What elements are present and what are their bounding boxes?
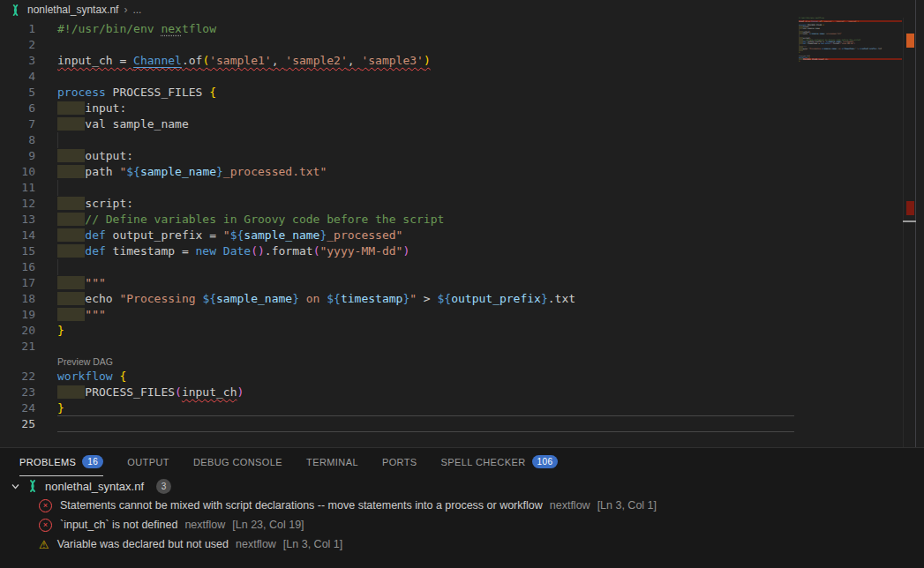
code-token: workflow xyxy=(57,370,113,383)
code-token: tflow xyxy=(182,22,216,35)
code-token xyxy=(57,149,85,162)
code-line-12[interactable]: 12 script: xyxy=(0,196,924,212)
panel-tab-badge: 106 xyxy=(532,455,559,468)
code-line-20[interactable]: 20} xyxy=(0,323,924,339)
code-token: sample_name xyxy=(140,165,216,178)
code-token: { xyxy=(823,24,824,26)
line-number[interactable]: 14 xyxy=(0,228,35,243)
code-line-22[interactable]: 22workflow { xyxy=(0,369,924,385)
code-line-15[interactable]: 15 def timestamp = new Date().format("yy… xyxy=(0,243,924,259)
problems-file-count-badge: 3 xyxy=(156,479,171,494)
line-number[interactable]: 21 xyxy=(0,339,35,355)
line-number[interactable]: 5 xyxy=(0,85,35,101)
code-token: , xyxy=(348,54,362,67)
code-line-5[interactable]: 5process PROCESS_FILES { xyxy=(0,85,924,101)
code-line-1[interactable]: 1#!/usr/bin/env nextflow xyxy=(0,21,924,37)
code-token: } xyxy=(799,60,800,62)
breadcrumb-chevron-icon: › xyxy=(124,4,127,16)
code-line-2[interactable]: 2 xyxy=(0,37,924,53)
error-icon: × xyxy=(39,519,52,532)
code-line-11[interactable]: 11 xyxy=(0,180,924,196)
code-token: tflow xyxy=(819,17,824,19)
code-token xyxy=(57,228,85,242)
code-line-8[interactable]: 8 xyxy=(0,132,924,148)
code-token: """ xyxy=(85,276,105,289)
line-number[interactable]: 23 xyxy=(0,385,35,400)
panel-tab-spell-checker[interactable]: SPELL CHECKER106 xyxy=(441,448,559,476)
code-line-25[interactable]: 25 xyxy=(0,416,924,432)
line-number[interactable]: 2 xyxy=(0,37,35,53)
line-number[interactable]: 24 xyxy=(0,400,35,416)
nextflow-file-icon xyxy=(26,479,40,493)
panel-tab-label: TERMINAL xyxy=(306,457,358,467)
panel-tab-debug-console[interactable]: DEBUG CONSOLE xyxy=(193,448,282,476)
code-line-19[interactable]: 19 """ xyxy=(0,307,924,323)
problems-file-name: nonlethal_syntax.nf xyxy=(45,480,144,493)
line-number[interactable]: 16 xyxy=(0,259,35,275)
line-number[interactable]: 9 xyxy=(0,148,35,164)
code-line-23[interactable]: 23 PROCESS_FILES(input_ch) xyxy=(0,385,924,400)
code-line-4[interactable]: 4 xyxy=(0,69,924,85)
line-number[interactable]: 12 xyxy=(0,196,35,212)
panel-tab-ports[interactable]: PORTS xyxy=(382,448,417,476)
code-token: ( xyxy=(175,385,182,399)
code-token: // Define variables in Groovy code befor… xyxy=(85,213,444,226)
code-line-17[interactable]: 17 """ xyxy=(0,275,924,291)
code-line-21[interactable]: 21 xyxy=(0,339,924,355)
code-token: of xyxy=(189,54,203,67)
code-line-13[interactable]: 13 // Define variables in Groovy code be… xyxy=(0,212,924,228)
problem-row[interactable]: ⚠Variable was declared but not usednextf… xyxy=(0,534,924,554)
chevron-down-icon[interactable] xyxy=(11,482,20,491)
code-token: script: xyxy=(85,197,133,210)
line-number[interactable]: 25 xyxy=(0,416,35,432)
breadcrumb[interactable]: nonlethal_syntax.nf › ... xyxy=(0,0,924,19)
panel-tab-terminal[interactable]: TERMINAL xyxy=(306,448,358,476)
code-token: ) xyxy=(237,385,244,399)
problem-source: nextflow xyxy=(550,499,590,512)
panel-tab-problems[interactable]: PROBLEMS16 xyxy=(19,448,103,476)
code-token xyxy=(57,213,85,226)
code-token: sample_name xyxy=(812,33,824,34)
line-number[interactable]: 8 xyxy=(0,132,35,148)
code-token: } xyxy=(57,401,64,415)
code-line-3[interactable]: 3input_ch = Channel.of('sample1', 'sampl… xyxy=(0,53,924,69)
code-token: process xyxy=(57,86,106,99)
line-number[interactable]: 20 xyxy=(0,323,35,339)
codelens-preview-dag[interactable]: Preview DAG xyxy=(0,355,924,369)
breadcrumb-symbol-ellipsis[interactable]: ... xyxy=(132,4,141,16)
line-number[interactable]: 19 xyxy=(0,307,35,323)
panel-tab-output[interactable]: OUTPUT xyxy=(127,448,169,476)
line-number[interactable]: 1 xyxy=(0,21,35,37)
line-number[interactable]: 15 xyxy=(0,243,35,259)
line-number[interactable]: 18 xyxy=(0,291,35,307)
code-line-24[interactable]: 24} xyxy=(0,400,924,416)
code-token: , xyxy=(272,54,286,67)
line-number[interactable]: 11 xyxy=(0,180,35,196)
line-number[interactable]: 6 xyxy=(0,101,35,116)
line-number[interactable]: 22 xyxy=(0,369,35,385)
code-editor[interactable]: 1#!/usr/bin/env nextflow23input_ch = Cha… xyxy=(0,21,924,432)
line-number[interactable]: 3 xyxy=(0,53,35,69)
problem-row[interactable]: ×`input_ch` is not definednextflow[Ln 23… xyxy=(0,515,924,534)
line-number[interactable]: 7 xyxy=(0,116,35,132)
line-number[interactable]: 4 xyxy=(0,69,35,85)
problems-file-group[interactable]: nonlethal_syntax.nf 3 xyxy=(0,476,924,496)
line-number[interactable]: 10 xyxy=(0,164,35,180)
minimap[interactable]: #!/usr/bin/env nextflowinput_ch = Channe… xyxy=(799,17,902,64)
breadcrumb-filename[interactable]: nonlethal_syntax.nf xyxy=(27,4,118,16)
code-line-14[interactable]: 14 def output_prefix = "${sample_name}_p… xyxy=(0,228,924,243)
code-line-18[interactable]: 18 echo "Processing ${sample_name} on ${… xyxy=(0,291,924,307)
code-line-7[interactable]: 7 val sample_name xyxy=(0,116,924,132)
code-line-10[interactable]: 10 path "${sample_name}_processed.txt" xyxy=(0,164,924,180)
code-token: val sample_name xyxy=(85,117,188,131)
editor-area: nonlethal_syntax.nf › ... 1#!/usr/bin/en… xyxy=(0,0,924,448)
line-number[interactable]: 17 xyxy=(0,275,35,291)
code-token: ${ xyxy=(126,165,140,178)
code-token: input_ch xyxy=(799,20,808,22)
code-line-16[interactable]: 16 xyxy=(0,259,924,275)
code-token: path xyxy=(85,165,119,178)
code-line-6[interactable]: 6 input: xyxy=(0,101,924,116)
line-number[interactable]: 13 xyxy=(0,212,35,228)
code-line-9[interactable]: 9 output: xyxy=(0,148,924,164)
problem-row[interactable]: ×Statements cannot be mixed with script … xyxy=(0,496,924,515)
